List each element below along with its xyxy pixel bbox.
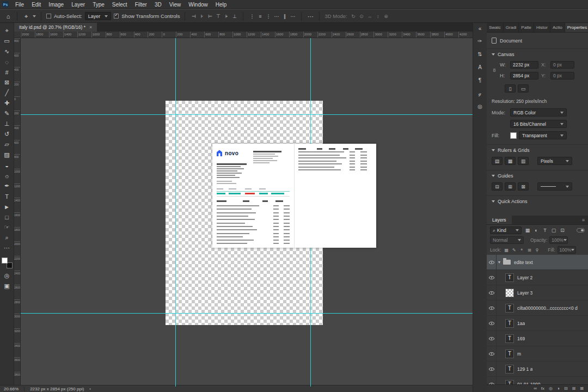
menu-item[interactable]: Layer: [68, 0, 89, 9]
layer-fill-field[interactable]: 100%: [558, 246, 576, 254]
x-field[interactable]: 0 px: [550, 61, 574, 69]
rectangle-tool[interactable]: □: [1, 212, 13, 222]
panel-tab[interactable]: Gradi: [504, 23, 519, 32]
filter-smart-objects-icon[interactable]: ⊡: [559, 227, 566, 234]
ruler-toggle-icon[interactable]: ▤: [492, 157, 503, 165]
move-tool[interactable]: ⌖: [1, 26, 13, 36]
layer-filter-select[interactable]: ⌕ Kind: [490, 226, 522, 234]
menu-item[interactable]: Select: [108, 0, 131, 9]
close-tab-icon[interactable]: ×: [89, 24, 92, 30]
hand-tool[interactable]: ☞: [1, 222, 13, 232]
object-selection-tool[interactable]: ◌: [1, 57, 13, 67]
units-select[interactable]: Pixels: [537, 157, 572, 165]
landscape-icon[interactable]: ▭: [518, 84, 529, 93]
layer-style-icon[interactable]: fx: [541, 385, 544, 392]
path-selection-tool[interactable]: ►: [1, 201, 13, 212]
auto-select-target-select[interactable]: Layer: [85, 12, 112, 20]
guide-horizontal-2[interactable]: [21, 313, 473, 314]
menu-item[interactable]: Help: [212, 0, 231, 9]
adjustment-layer-icon[interactable]: ◑: [557, 385, 560, 392]
vertical-ruler[interactable]: 8006004002000200400600800100012001400160…: [14, 38, 21, 387]
layer-row[interactable]: ▼ 1aa: [487, 316, 588, 331]
layer-row[interactable]: ▼ Layer 3: [487, 285, 588, 301]
clone-stamp-tool[interactable]: ⊥: [1, 119, 13, 129]
menu-item[interactable]: 3D: [151, 0, 166, 9]
filter-pixel-layers-icon[interactable]: ▦: [524, 227, 531, 234]
rectangular-marquee-tool[interactable]: ▭: [1, 36, 13, 46]
align-middle-icon[interactable]: ⊧: [223, 14, 230, 19]
canvas-area[interactable]: novo: [21, 38, 473, 387]
layer-thumbnail[interactable]: [505, 304, 514, 313]
layer-thumbnail[interactable]: [505, 273, 514, 282]
menu-item[interactable]: Filter: [131, 0, 151, 9]
panel-tab[interactable]: Properties: [565, 23, 588, 32]
lock-position-icon[interactable]: ⌖: [518, 247, 525, 253]
guide-vertical-1[interactable]: [175, 38, 176, 387]
distribute-left-icon[interactable]: ⋯: [273, 14, 280, 19]
status-expand-icon[interactable]: ›: [89, 387, 91, 391]
brush-tool[interactable]: ✎: [1, 108, 13, 119]
layer-thumbnail[interactable]: [505, 365, 514, 373]
foreground-color-swatch[interactable]: [2, 258, 8, 264]
distribute-top-icon[interactable]: ⋮: [248, 14, 255, 19]
lock-paint-icon[interactable]: ✎: [511, 247, 517, 253]
layer-row[interactable]: ▼ 169: [487, 331, 588, 346]
current-tool-icon[interactable]: ⌖: [22, 13, 30, 20]
panel-tab[interactable]: Swatc: [487, 23, 504, 32]
new-layer-icon[interactable]: ⊞: [572, 385, 576, 392]
align-left-icon[interactable]: ⊣: [190, 14, 197, 19]
home-icon[interactable]: ⌂: [4, 13, 12, 20]
opacity-field[interactable]: 100%: [549, 236, 568, 244]
layer-mask-icon[interactable]: ◎: [549, 385, 553, 392]
layer-thumbnail[interactable]: [505, 334, 514, 343]
link-dimensions-icon[interactable]: 8: [492, 68, 497, 73]
color-mode-select[interactable]: RGB Color: [510, 108, 567, 117]
filter-shape-layers-icon[interactable]: ▢: [550, 227, 558, 234]
clone-source-panel-icon[interactable]: ◎: [475, 102, 486, 111]
canvas-section-header[interactable]: Canvas: [487, 52, 588, 57]
distribute-center-icon[interactable]: ∥: [281, 14, 288, 19]
layer-row[interactable]: ▼ Layer 2: [487, 270, 588, 285]
tool-preset-caret-icon[interactable]: [33, 15, 36, 17]
layer-row[interactable]: ▼ cilta00000000...cccccccc<0 d: [487, 301, 588, 316]
rulers-grids-section-header[interactable]: Rulers & Grids: [487, 148, 588, 153]
quick-mask-icon[interactable]: ◎: [1, 271, 13, 281]
layer-visibility-cell[interactable]: [487, 377, 497, 385]
menu-item[interactable]: Type: [89, 0, 108, 9]
history-brush-tool[interactable]: ↺: [1, 129, 13, 139]
collapse-panels-icon[interactable]: «: [475, 24, 486, 33]
quick-actions-section-header[interactable]: Quick Actions: [487, 199, 588, 204]
link-layers-icon[interactable]: ∞: [534, 385, 537, 392]
align-center-h-icon[interactable]: ⊦: [198, 14, 205, 19]
delete-layer-icon[interactable]: ⊠: [580, 385, 584, 392]
align-top-icon[interactable]: ⊤: [215, 14, 222, 19]
bit-depth-select[interactable]: 16 Bits/Channel: [510, 120, 567, 128]
layer-thumbnail[interactable]: [503, 260, 511, 265]
menu-item[interactable]: Edit: [28, 0, 45, 9]
type-tool[interactable]: T: [1, 191, 13, 201]
layer-visibility-cell[interactable]: [487, 331, 497, 346]
panel-tab[interactable]: Patte: [519, 23, 534, 32]
zoom-level[interactable]: 20.66%: [4, 387, 19, 391]
glyphs-panel-icon[interactable]: ℊ: [475, 89, 486, 97]
guide-horizontal-1[interactable]: [21, 114, 473, 115]
layer-thumbnail[interactable]: [505, 319, 514, 328]
panel-tab[interactable]: Actio: [550, 23, 565, 32]
layer-thumbnail[interactable]: [505, 380, 514, 385]
auto-select-checkbox[interactable]: [46, 14, 51, 19]
filter-toggle-switch[interactable]: [577, 228, 585, 232]
eraser-tool[interactable]: ▱: [1, 139, 13, 150]
layer-visibility-cell[interactable]: [487, 270, 497, 285]
guides-section-header[interactable]: Guides: [487, 173, 588, 179]
fill-swatch[interactable]: [510, 132, 517, 139]
zoom-tool[interactable]: ⌕: [1, 232, 13, 243]
align-right-icon[interactable]: ⊢: [206, 14, 213, 19]
layer-row[interactable]: ▼ m: [487, 346, 588, 362]
add-v-guide-icon[interactable]: ⊞: [505, 182, 516, 191]
panel-menu-icon[interactable]: ≡: [579, 216, 588, 224]
character-panel-icon[interactable]: A: [475, 63, 486, 71]
lock-all-icon[interactable]: ⚲: [534, 247, 540, 253]
panel-tab[interactable]: Histor: [534, 23, 550, 32]
document-tab[interactable]: Italy id.psd @ 20.7% (RGB/16) * ×: [14, 23, 97, 32]
layer-visibility-cell[interactable]: [487, 346, 497, 362]
